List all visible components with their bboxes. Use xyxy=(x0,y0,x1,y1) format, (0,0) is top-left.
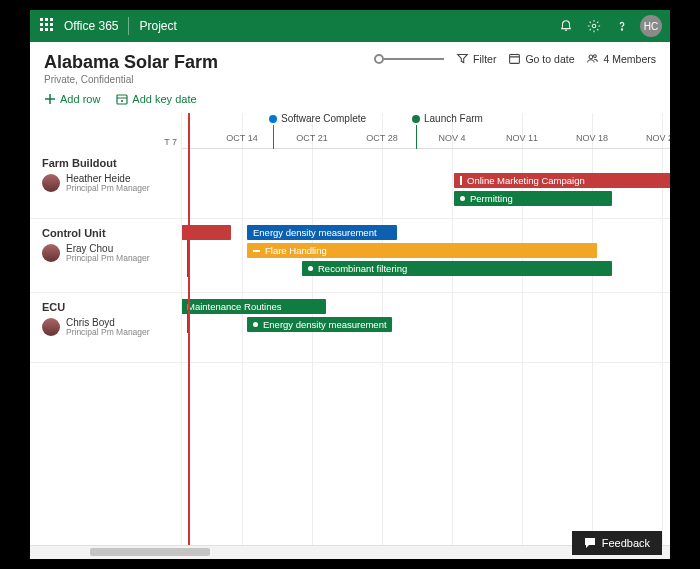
svg-rect-2 xyxy=(510,54,520,63)
milestone-label: Launch Farm xyxy=(424,113,483,124)
zoom-slider[interactable] xyxy=(374,54,444,64)
person-role: Principal Pm Manager xyxy=(66,328,150,337)
dash-icon xyxy=(253,250,260,252)
members-label: 4 Members xyxy=(603,53,656,65)
task-label: Recombinant filtering xyxy=(318,263,407,274)
milestone[interactable]: Software Complete xyxy=(269,113,366,124)
milestone-connector xyxy=(416,125,417,149)
svg-point-3 xyxy=(590,55,594,59)
group-name: Farm Buildout xyxy=(30,149,181,173)
milestone-dot-icon xyxy=(412,115,420,123)
date-label: OCT 14 xyxy=(226,133,257,143)
scrollbar-thumb[interactable] xyxy=(90,548,210,556)
group: ECUChris BoydPrincipal Pm Manager xyxy=(30,293,181,363)
svg-point-1 xyxy=(621,29,622,30)
task-label: Maintenance Routines xyxy=(187,301,282,312)
person-avatar-icon xyxy=(42,244,60,262)
task-label: Energy density measurement xyxy=(253,227,377,238)
task-bar[interactable]: Maintenance Routines xyxy=(182,299,326,314)
timeline-right-column[interactable]: Software CompleteLaunch Farm OCT 14OCT 2… xyxy=(182,113,670,545)
timeline: T 7 Farm BuildoutHeather HeidePrincipal … xyxy=(30,113,670,545)
go-to-date-button[interactable]: Go to date xyxy=(508,52,574,65)
group-name: ECU xyxy=(30,293,181,317)
svg-rect-5 xyxy=(117,95,127,104)
task-label: Energy density measurement xyxy=(263,319,387,330)
task-bar[interactable]: Energy density measurement xyxy=(247,225,397,240)
milestone-connector xyxy=(273,125,274,149)
milestones-row: Software CompleteLaunch Farm xyxy=(182,113,670,129)
project-title: Alabama Solar Farm xyxy=(44,52,218,73)
date-label: OCT 28 xyxy=(366,133,397,143)
group: Control UnitEray ChouPrincipal Pm Manage… xyxy=(30,219,181,293)
milestone[interactable]: Launch Farm xyxy=(412,113,483,124)
task-bar[interactable]: Online Marketing Campaign xyxy=(454,173,670,188)
feedback-button[interactable]: Feedback xyxy=(572,531,662,555)
help-icon[interactable] xyxy=(608,19,636,33)
task-bar[interactable]: Recombinant filtering xyxy=(302,261,612,276)
person-role: Principal Pm Manager xyxy=(66,254,150,263)
members-button[interactable]: 4 Members xyxy=(586,52,656,65)
lane: Energy density measurementFlare Handling… xyxy=(182,219,670,293)
brand-label[interactable]: Office 365 xyxy=(64,19,118,33)
filter-label: Filter xyxy=(473,53,496,65)
svg-point-4 xyxy=(594,55,597,58)
add-row-button[interactable]: Add row xyxy=(44,93,100,105)
filter-button[interactable]: Filter xyxy=(456,52,496,65)
project-subtitle: Private, Confidential xyxy=(44,74,218,85)
warning-icon xyxy=(460,176,462,185)
dot-icon xyxy=(253,322,258,327)
milestone-label: Software Complete xyxy=(281,113,366,124)
group: Farm BuildoutHeather HeidePrincipal Pm M… xyxy=(30,149,181,219)
app-frame: Office 365 Project HC Alabama Solar Farm… xyxy=(30,10,670,559)
person[interactable]: Eray ChouPrincipal Pm Manager xyxy=(30,243,181,273)
app-label[interactable]: Project xyxy=(139,19,176,33)
date-left-edge: T 7 xyxy=(164,137,177,147)
person[interactable]: Heather HeidePrincipal Pm Manager xyxy=(30,173,181,203)
task-label: Flare Handling xyxy=(265,245,327,256)
dates-row: OCT 14OCT 21OCT 28NOV 4NOV 11NOV 18NOV 2… xyxy=(182,131,670,149)
dot-icon xyxy=(460,196,465,201)
svg-point-0 xyxy=(592,24,596,28)
date-label: NOV 4 xyxy=(438,133,465,143)
add-key-date-button[interactable]: Add key date xyxy=(116,93,196,105)
person-avatar-icon xyxy=(42,174,60,192)
settings-icon[interactable] xyxy=(580,19,608,33)
date-label: OCT 21 xyxy=(296,133,327,143)
task-bar[interactable]: Permitting xyxy=(454,191,612,206)
avatar-initials: HC xyxy=(644,21,658,32)
timeline-left-column: T 7 Farm BuildoutHeather HeidePrincipal … xyxy=(30,113,182,545)
lane: Online Marketing CampaignPermitting xyxy=(182,149,670,219)
task-label: Permitting xyxy=(470,193,513,204)
group-name: Control Unit xyxy=(30,219,181,243)
app-launcher-icon[interactable] xyxy=(40,18,56,34)
dot-icon xyxy=(308,266,313,271)
lane: Maintenance RoutinesEnergy density measu… xyxy=(182,293,670,363)
person-role: Principal Pm Manager xyxy=(66,184,150,193)
task-label: Online Marketing Campaign xyxy=(467,175,585,186)
feedback-label: Feedback xyxy=(602,537,650,549)
topbar: Office 365 Project HC xyxy=(30,10,670,42)
person[interactable]: Chris BoydPrincipal Pm Manager xyxy=(30,317,181,347)
go-to-date-label: Go to date xyxy=(525,53,574,65)
notifications-icon[interactable] xyxy=(552,19,580,33)
task-bar[interactable]: Flare Handling xyxy=(247,243,597,258)
add-key-date-label: Add key date xyxy=(132,93,196,105)
separator xyxy=(128,17,129,35)
task-bar[interactable]: Energy density measurement xyxy=(247,317,392,332)
today-indicator xyxy=(188,113,190,545)
date-label: NOV 25 xyxy=(646,133,670,143)
add-row-label: Add row xyxy=(60,93,100,105)
milestone-dot-icon xyxy=(269,115,277,123)
date-label: NOV 11 xyxy=(506,133,538,143)
toolbar: Add row Add key date xyxy=(30,89,670,113)
person-avatar-icon xyxy=(42,318,60,336)
header: Alabama Solar Farm Private, Confidential… xyxy=(30,42,670,89)
user-avatar[interactable]: HC xyxy=(640,15,662,37)
date-label: NOV 18 xyxy=(576,133,608,143)
